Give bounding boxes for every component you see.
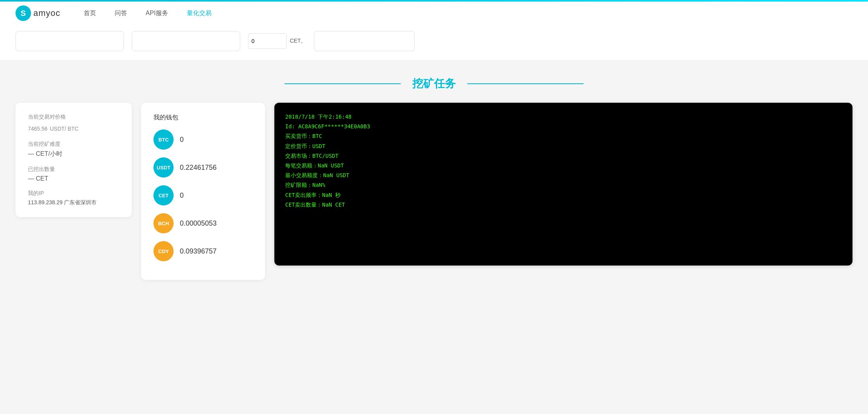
logo-area: S amyoc: [16, 5, 60, 21]
wallet-card: 我的钱包 BTC 0 USDT 0.22461756 CET 0 BCH 0.0…: [141, 103, 265, 280]
info-card: 当前交易对价格 7465.56 USDT/ BTC 当前挖矿难度 — CET/小…: [16, 103, 132, 217]
heading-line-left: [284, 83, 401, 84]
wallet-row-bch: BCH 0.00005053: [153, 213, 253, 233]
terminal-line: Id: AC8A9C6F******34E0A0B3: [285, 122, 842, 131]
section-heading-area: 挖矿任务: [0, 61, 868, 103]
difficulty-value: — CET/小时: [28, 150, 119, 158]
mined-value: — CET: [28, 175, 119, 182]
coin-badge-bch: BCH: [153, 213, 174, 233]
terminal-line: 挖矿限额：NaN%: [285, 180, 842, 190]
form-box-1: [16, 31, 124, 51]
wallet-title: 我的钱包: [153, 114, 253, 122]
terminal-line: 交易市场：BTC/USDT: [285, 151, 842, 161]
price-value: 7465.56 USDT/ BTC: [28, 123, 119, 133]
coin-amount-cet: 0: [180, 191, 184, 200]
terminal-lines: 2018/7/18 下午2:16:48Id: AC8A9C6F******34E…: [285, 112, 842, 210]
logo-icon: S: [16, 5, 31, 21]
form-box-2: [132, 31, 240, 51]
terminal-line: 2018/7/18 下午2:16:48: [285, 112, 842, 122]
wallet-rows: BTC 0 USDT 0.22461756 CET 0 BCH 0.000050…: [153, 129, 253, 261]
coin-badge-cdy: CDY: [153, 241, 174, 261]
terminal-line: 买卖货币：BTC: [285, 131, 842, 141]
terminal-line: 定价货币：USDT: [285, 141, 842, 151]
header: S amyoc 首页 问答 API服务 量化交易: [0, 2, 868, 25]
nav-item-qa[interactable]: 问答: [115, 9, 127, 17]
main-nav: 首页 问答 API服务 量化交易: [84, 9, 212, 17]
terminal-line: 最小交易额度：NaN USDT: [285, 171, 842, 180]
coin-amount-bch: 0.00005053: [180, 219, 217, 228]
section-title: 挖矿任务: [412, 76, 456, 91]
heading-line-right: [467, 83, 584, 84]
cet-label: CET。: [290, 38, 306, 45]
nav-item-home[interactable]: 首页: [84, 9, 96, 17]
terminal-line: 每笔交易额：NaN USDT: [285, 161, 842, 171]
coin-amount-cdy: 0.09396757: [180, 247, 217, 255]
coin-amount-btc: 0: [180, 136, 184, 144]
terminal-panel: 2018/7/18 下午2:16:48Id: AC8A9C6F******34E…: [274, 103, 852, 266]
nav-item-api[interactable]: API服务: [146, 9, 168, 17]
logo-text: amyoc: [33, 8, 60, 18]
nav-item-quant[interactable]: 量化交易: [187, 9, 212, 17]
coin-amount-usdt: 0.22461756: [180, 164, 217, 172]
top-form-area: CET。: [0, 25, 868, 61]
mined-label: 已挖出数量: [28, 166, 119, 173]
difficulty-label: 当前挖矿难度: [28, 141, 119, 148]
wallet-row-cdy: CDY 0.09396757: [153, 241, 253, 261]
form-box-last: [314, 31, 415, 51]
wallet-row-btc: BTC 0: [153, 129, 253, 150]
wallet-row-usdt: USDT 0.22461756: [153, 157, 253, 178]
wallet-row-cet: CET 0: [153, 185, 253, 205]
price-label: 当前交易对价格: [28, 114, 119, 121]
cet-input[interactable]: [248, 33, 287, 49]
ip-value: 113.89.238.29 广东省深圳市: [28, 199, 119, 206]
ip-label: 我的IP: [28, 190, 119, 197]
coin-badge-cet: CET: [153, 185, 174, 205]
terminal-line: CET卖出数量：NaN CET: [285, 200, 842, 210]
main-content: 当前交易对价格 7465.56 USDT/ BTC 当前挖矿难度 — CET/小…: [0, 103, 868, 295]
coin-badge-usdt: USDT: [153, 157, 174, 178]
terminal-line: CET卖出频率：NaN 秒: [285, 190, 842, 200]
coin-badge-btc: BTC: [153, 129, 174, 150]
form-box-small: CET。: [248, 33, 306, 49]
